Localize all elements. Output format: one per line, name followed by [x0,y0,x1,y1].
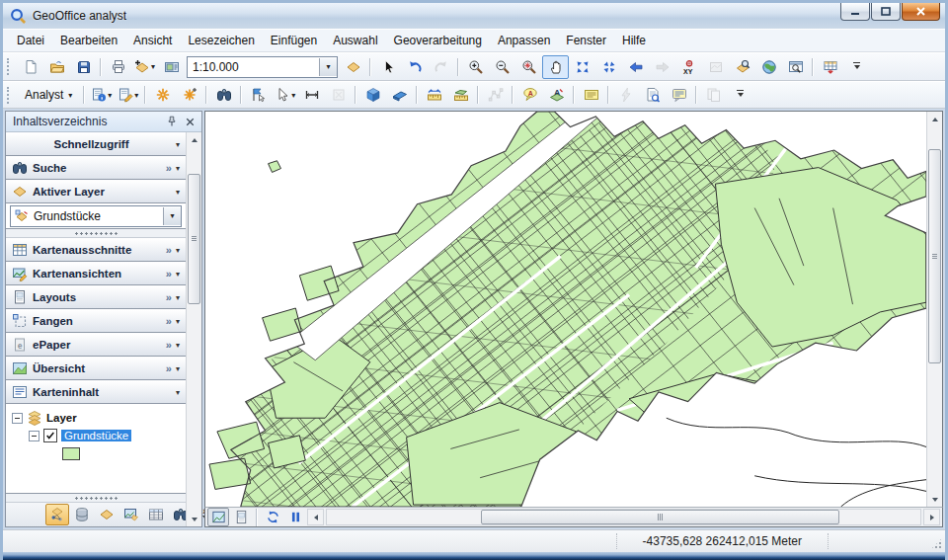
map-vertical-scrollbar[interactable] [926,112,942,507]
collapse-icon[interactable] [12,413,23,424]
clear-selection-button[interactable] [325,83,352,107]
map-horizontal-scrollbar[interactable] [326,509,921,525]
section-schnellzugriff[interactable]: Schnellzugriff▾ [6,132,186,156]
next-extent-button[interactable] [649,55,675,79]
section-jump-icon[interactable]: » [166,268,171,280]
go-to-xy-button[interactable]: XY [675,55,702,79]
resize-grip[interactable] [930,537,943,550]
collapse-icon[interactable] [29,431,40,441]
sidebar-scrollbar-thumb[interactable] [188,174,200,304]
select-features-button[interactable]: ▾ [272,83,298,107]
sidebar-scroll-up-button[interactable] [187,132,201,147]
section-caret-icon[interactable]: ▾ [176,164,180,173]
layer-edit-button[interactable]: ▾ [115,83,141,107]
edit-vertices-button[interactable] [482,83,509,107]
attribute-table-button[interactable] [144,504,168,525]
fixed-zoom-out-button[interactable] [595,55,622,79]
database-button[interactable] [70,504,94,525]
select-by-location-button[interactable] [245,83,272,107]
report-doc-button[interactable] [639,83,666,107]
h-scrollbar-thumb[interactable] [481,510,839,524]
layer-symbol-swatch[interactable] [62,447,80,460]
zoom-full-extent-button[interactable] [515,55,542,79]
link-view-button[interactable] [45,504,69,525]
menu-item-anpassen[interactable]: Anpassen [490,32,558,49]
layer-visibility-checkbox[interactable] [43,429,57,442]
open-project-button[interactable] [43,55,70,79]
section-kartenansichten[interactable]: Kartenansichten»▾ [6,262,186,285]
new-document-button[interactable] [17,55,43,79]
scale-dropdown-button[interactable]: ▾ [319,58,337,76]
hyperlink-lightning-button[interactable] [612,83,639,107]
map-monitor-button[interactable] [119,504,143,525]
tree-root-row[interactable]: Layer [12,409,184,427]
menu-item-fenster[interactable]: Fenster [558,32,614,49]
ruler-distance-button[interactable] [421,83,447,107]
section-caret-icon[interactable]: ▾ [176,246,180,255]
panel-splitter[interactable] [6,229,186,238]
redo-button[interactable] [428,55,454,79]
surface-wedge-button[interactable] [386,83,413,107]
sidebar-scrollbar[interactable] [186,132,201,526]
pause-button[interactable] [284,508,306,526]
active-layer-combobox[interactable]: Grundstücke▾ [10,205,182,227]
map-scroll-up-button[interactable] [927,112,942,126]
sidebar-scroll-down-button[interactable] [187,512,201,526]
section-aktiver-layer[interactable]: Aktiver Layer▾ [6,180,186,203]
refresh-button[interactable] [262,508,283,526]
active-layer-diamond-button[interactable] [95,504,118,525]
section-uebersicht[interactable]: Übersicht»▾ [6,357,186,380]
search-layer-button[interactable] [729,55,755,79]
section-layouts[interactable]: Layouts»▾ [6,285,186,309]
section-caret-icon[interactable]: ▾ [176,341,180,350]
layer-label[interactable]: Grundstücke [61,430,131,441]
map-canvas[interactable] [205,112,926,507]
active-layer-diamond-button[interactable] [340,55,366,79]
section-caret-icon[interactable]: ▾ [176,270,180,279]
section-caret-icon[interactable]: ▾ [176,188,180,197]
menu-item-lesezeichen[interactable]: Lesezeichen [180,32,262,49]
close-panel-icon[interactable] [182,114,198,129]
scale-combobox[interactable]: 1:10.000▾ [187,56,338,78]
fixed-zoom-in-button[interactable] [569,55,595,79]
minimize-button[interactable] [840,3,870,21]
layout-view-button[interactable] [230,508,252,526]
active-layer-dropdown-button[interactable]: ▾ [163,207,181,225]
label-classes-button[interactable]: A [543,83,570,107]
panel-splitter[interactable] [6,494,186,503]
title-bar[interactable]: GeoOffice analyst [3,3,945,29]
sketch-tool-2-button[interactable] [176,83,202,107]
map-v-scrollbar-thumb[interactable] [928,149,941,363]
section-caret-icon[interactable]: ▾ [176,388,180,397]
pan-button[interactable] [542,55,569,79]
copy-pages-button[interactable] [700,83,727,107]
section-caret-icon[interactable]: ▾ [176,140,180,149]
toolbar-grip[interactable] [7,87,13,104]
close-button[interactable] [902,3,940,21]
section-jump-icon[interactable]: » [166,162,171,174]
maximize-button[interactable] [871,3,901,21]
section-jump-icon[interactable]: » [166,291,171,303]
map-scroll-left-button[interactable] [307,509,324,525]
section-fangen[interactable]: Fangen»▾ [6,309,186,333]
menu-item-auswahl[interactable]: Auswahl [325,32,385,49]
section-jump-icon[interactable]: » [166,339,171,351]
measure-distance-button[interactable] [298,83,325,107]
pin-icon[interactable] [163,114,180,129]
analyst-menu-button[interactable]: Analyst▾ [17,83,80,107]
toolbar-overflow-button[interactable] [843,55,870,79]
section-caret-icon[interactable]: ▾ [176,293,180,302]
viewer-window-button[interactable] [782,55,809,79]
save-button[interactable] [70,55,97,79]
add-data-button[interactable]: ▾ [131,55,158,79]
section-jump-icon[interactable]: » [166,244,171,256]
ruler-area-button[interactable] [447,83,474,107]
section-karteninhalt[interactable]: Karteninhalt▾ [6,380,186,404]
sketch-tool-button[interactable] [149,83,176,107]
toolbar-overflow-button[interactable] [727,83,753,107]
menu-item-geoverarbeitung[interactable]: Geoverarbeitung [386,32,490,49]
section-kartenausschnitte[interactable]: Kartenausschnitte»▾ [6,238,186,262]
label-balloon-button[interactable]: A [516,83,543,107]
binoculars-button[interactable] [210,83,237,107]
data-view-button[interactable] [207,508,229,526]
